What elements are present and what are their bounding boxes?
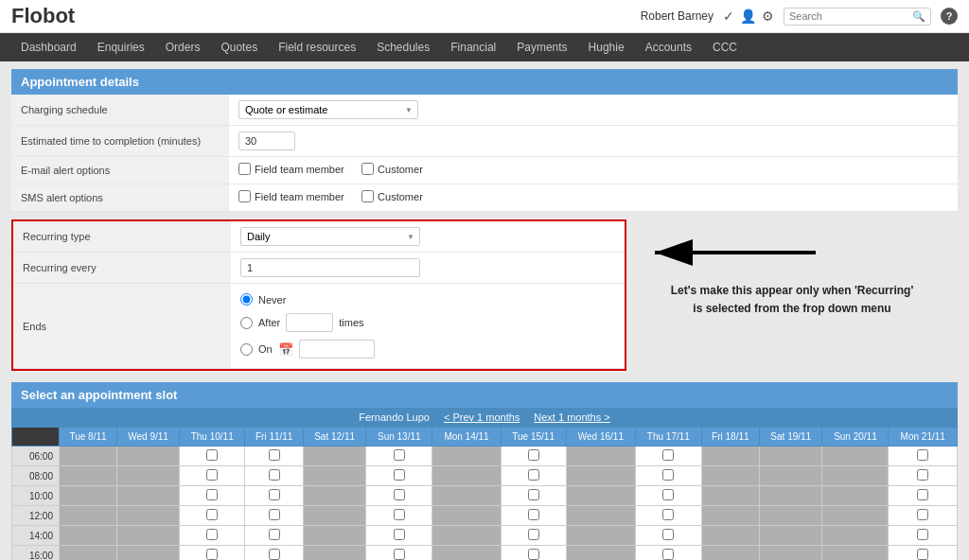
help-icon[interactable]: ? [941, 8, 958, 25]
cal-cell[interactable] [245, 466, 304, 486]
cal-cell[interactable] [180, 446, 245, 466]
cal-slot-checkbox[interactable] [662, 529, 674, 540]
cal-cell[interactable] [366, 466, 432, 486]
cal-cell[interactable] [245, 446, 304, 466]
nav-quotes[interactable]: Quotes [211, 33, 267, 61]
cal-slot-checkbox[interactable] [528, 449, 539, 461]
cal-slot-checkbox[interactable] [662, 449, 674, 461]
nav-enquiries[interactable]: Enquiries [88, 33, 154, 61]
person-icon[interactable]: 👤 [740, 9, 756, 24]
cal-cell[interactable] [180, 526, 245, 546]
cal-slot-checkbox[interactable] [394, 489, 405, 500]
cal-cell[interactable] [501, 446, 566, 466]
cal-slot-checkbox[interactable] [269, 549, 280, 560]
calendar-scroll[interactable]: Tue 8/11 Wed 9/11 Thu 10/11 Fri 11/11 Sa… [11, 427, 958, 560]
email-customer-checkbox[interactable] [361, 163, 374, 175]
cal-slot-checkbox[interactable] [269, 509, 280, 520]
email-field-team-checkbox[interactable] [238, 163, 251, 175]
calendar-next[interactable]: Next 1 months > [534, 411, 609, 423]
cal-cell[interactable] [636, 526, 701, 546]
cal-slot-checkbox[interactable] [528, 529, 539, 540]
cal-cell[interactable] [180, 546, 245, 561]
cal-slot-checkbox[interactable] [662, 489, 674, 500]
cal-slot-checkbox[interactable] [206, 449, 218, 461]
cal-slot-checkbox[interactable] [394, 549, 405, 560]
cal-cell[interactable] [636, 486, 701, 506]
nav-orders[interactable]: Orders [156, 33, 210, 61]
cal-slot-checkbox[interactable] [394, 449, 405, 461]
nav-ccc[interactable]: CCC [703, 33, 747, 61]
cal-cell[interactable] [245, 546, 304, 561]
cal-cell[interactable] [889, 486, 958, 506]
cal-slot-checkbox[interactable] [269, 529, 280, 540]
cal-slot-checkbox[interactable] [206, 489, 218, 500]
cal-cell[interactable] [366, 526, 432, 546]
cal-cell[interactable] [180, 486, 245, 506]
cal-cell[interactable] [180, 506, 245, 526]
cal-slot-checkbox[interactable] [269, 469, 280, 481]
cal-slot-checkbox[interactable] [269, 489, 280, 500]
cal-cell[interactable] [889, 546, 958, 561]
nav-dashboard[interactable]: Dashboard [11, 33, 86, 61]
cal-slot-checkbox[interactable] [394, 509, 405, 520]
calendar-icon[interactable]: 📅 [278, 342, 293, 357]
cal-cell[interactable] [889, 526, 958, 546]
cal-cell[interactable] [889, 446, 958, 466]
cal-slot-checkbox[interactable] [206, 469, 218, 481]
cal-cell[interactable] [501, 546, 566, 561]
cal-slot-checkbox[interactable] [394, 529, 405, 540]
cal-cell[interactable] [889, 466, 958, 486]
cal-slot-checkbox[interactable] [662, 509, 674, 520]
ends-after-input[interactable] [286, 313, 333, 332]
search-input[interactable] [789, 10, 912, 22]
est-time-input[interactable] [238, 131, 295, 150]
cal-slot-checkbox[interactable] [917, 489, 928, 500]
cal-slot-checkbox[interactable] [662, 469, 674, 481]
calendar-prev[interactable]: < Prev 1 months [444, 411, 520, 423]
ends-on-radio[interactable] [240, 343, 253, 356]
cal-cell[interactable] [889, 506, 958, 526]
cal-slot-checkbox[interactable] [917, 469, 928, 481]
cal-slot-checkbox[interactable] [917, 549, 928, 560]
nav-hughie[interactable]: Hughie [579, 33, 634, 61]
cal-cell[interactable] [366, 486, 432, 506]
cal-cell[interactable] [501, 506, 566, 526]
cal-slot-checkbox[interactable] [917, 449, 928, 461]
gear-icon[interactable]: ⚙ [762, 9, 774, 24]
nav-financial[interactable]: Financial [441, 33, 505, 61]
cal-slot-checkbox[interactable] [528, 549, 539, 560]
ends-never-radio[interactable] [240, 293, 253, 306]
nav-accounts[interactable]: Accounts [636, 33, 701, 61]
nav-payments[interactable]: Payments [507, 33, 576, 61]
checkmark-icon[interactable]: ✓ [723, 9, 734, 24]
cal-cell[interactable] [245, 526, 304, 546]
cal-slot-checkbox[interactable] [206, 529, 218, 540]
cal-cell[interactable] [366, 506, 432, 526]
cal-cell[interactable] [366, 546, 432, 561]
cal-cell[interactable] [501, 526, 566, 546]
cal-cell[interactable] [245, 486, 304, 506]
nav-schedules[interactable]: Schedules [367, 33, 439, 61]
cal-slot-checkbox[interactable] [206, 549, 218, 560]
cal-cell[interactable] [501, 466, 566, 486]
ends-on-date-input[interactable] [299, 340, 375, 359]
cal-slot-checkbox[interactable] [662, 549, 674, 560]
cal-slot-checkbox[interactable] [528, 509, 539, 520]
sms-customer-checkbox[interactable] [361, 190, 374, 202]
ends-after-radio[interactable] [240, 317, 253, 329]
cal-cell[interactable] [636, 466, 701, 486]
recurring-type-select[interactable]: Daily Weekly Monthly [240, 227, 420, 246]
recurring-every-input[interactable] [240, 258, 420, 277]
nav-field-resources[interactable]: Field resources [269, 33, 365, 61]
cal-cell[interactable] [636, 546, 701, 561]
sms-field-team-checkbox[interactable] [238, 190, 251, 202]
cal-slot-checkbox[interactable] [394, 469, 405, 481]
cal-cell[interactable] [245, 506, 304, 526]
cal-slot-checkbox[interactable] [269, 449, 280, 461]
cal-cell[interactable] [366, 446, 432, 466]
cal-cell[interactable] [636, 446, 701, 466]
cal-slot-checkbox[interactable] [528, 489, 539, 500]
charging-schedule-select[interactable]: Quote or estimate [238, 100, 418, 119]
cal-cell[interactable] [636, 506, 701, 526]
cal-slot-checkbox[interactable] [206, 509, 218, 520]
